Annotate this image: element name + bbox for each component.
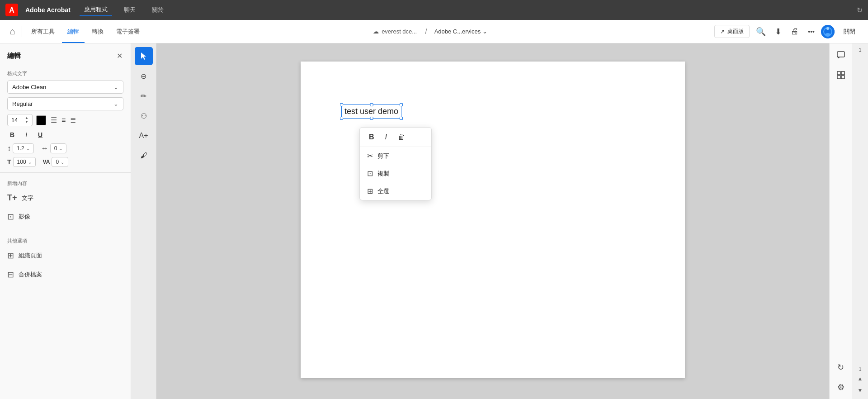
- underline-button[interactable]: U: [35, 130, 45, 140]
- file-name-text: Adobe C...ervices: [434, 28, 481, 35]
- unordered-list-icon[interactable]: ☰: [50, 115, 58, 125]
- ctx-select-all-item[interactable]: ⊞ 全選: [360, 182, 431, 200]
- ctx-delete-button[interactable]: 🗑: [396, 131, 407, 143]
- svg-point-4: [826, 27, 829, 30]
- svg-rect-9: [841, 71, 844, 75]
- menu-item-about[interactable]: 關於: [147, 4, 168, 16]
- add-image-icon: ⊡: [7, 212, 14, 222]
- grid-tool-button[interactable]: [833, 67, 849, 83]
- font-size-field[interactable]: 14: [11, 117, 24, 124]
- zoom-icon: ⊖: [141, 72, 146, 81]
- bold-button[interactable]: B: [7, 130, 17, 140]
- pencil-icon: ✏: [141, 92, 146, 100]
- font-family-select[interactable]: Adobe Clean ⌄: [7, 81, 123, 94]
- ctx-cut-item[interactable]: ✂ 剪下: [360, 147, 431, 165]
- pencil-tool-button[interactable]: ✏: [135, 87, 153, 105]
- zoom-tool-button[interactable]: ⊖: [135, 67, 153, 85]
- font-style-select[interactable]: Regular ⌄: [7, 97, 123, 110]
- svg-point-5: [825, 33, 830, 37]
- page-total: 1: [859, 366, 861, 372]
- sidebar-header: 編輯 ✕: [0, 43, 131, 65]
- italic-button[interactable]: I: [23, 130, 30, 140]
- align-icon[interactable]: ≣: [69, 115, 77, 125]
- text-content: test user demo: [344, 107, 398, 116]
- line-spacing-row: ↕ 1.2 ⌄ ↔ 0 ⌄: [0, 142, 131, 155]
- close-button[interactable]: 關閉: [838, 25, 861, 38]
- scroll-up-button[interactable]: ▲: [856, 374, 865, 384]
- text-element[interactable]: test user demo: [341, 104, 401, 119]
- font-size-up[interactable]: ▲: [25, 116, 28, 120]
- char-spacing-value[interactable]: 0 ⌄: [50, 143, 67, 153]
- avatar[interactable]: [821, 25, 835, 38]
- merge-files-item[interactable]: ⊟ 合併檔案: [0, 265, 131, 284]
- line-spacing-control: ↕ 1.2 ⌄: [7, 143, 34, 153]
- organize-label: 組織頁面: [19, 252, 42, 260]
- svg-rect-8: [837, 71, 840, 75]
- handle-bm[interactable]: [370, 117, 373, 120]
- handle-tr[interactable]: [400, 103, 403, 106]
- menu-item-chat[interactable]: 聊天: [119, 4, 140, 16]
- width-chevron[interactable]: ⌄: [28, 160, 32, 165]
- line-spacing-chevron[interactable]: ⌄: [26, 146, 30, 151]
- ctx-bold-button[interactable]: B: [367, 131, 376, 143]
- width-icon: T: [7, 158, 11, 166]
- link-tool-button[interactable]: ⚇: [135, 107, 153, 125]
- width-value[interactable]: 100 ⌄: [13, 157, 36, 167]
- desktop-button[interactable]: ↗ 桌面版: [714, 25, 750, 38]
- canvas-area[interactable]: test user demo B I 🗑 ✂ 剪下: [156, 43, 829, 399]
- add-image-label: 影像: [19, 213, 30, 221]
- color-tool-button[interactable]: 🖌: [135, 147, 153, 165]
- scroll-down-button[interactable]: ▼: [856, 385, 865, 395]
- font-size-down[interactable]: ▼: [25, 120, 28, 124]
- menu-item-app[interactable]: 應用程式: [80, 4, 112, 16]
- add-image-item[interactable]: ⊡ 影像: [0, 207, 131, 226]
- svg-rect-10: [837, 76, 840, 79]
- ordered-list-icon[interactable]: ≡: [61, 115, 66, 125]
- download-icon[interactable]: ⬇: [772, 24, 784, 39]
- va-chevron[interactable]: ⌄: [61, 160, 64, 165]
- select-tool-button[interactable]: [135, 47, 153, 65]
- font-family-value: Adobe Clean: [12, 84, 46, 90]
- desktop-label: 桌面版: [727, 28, 744, 35]
- tab-esign[interactable]: 電子簽署: [111, 25, 145, 38]
- page-number-input[interactable]: 1: [859, 47, 861, 52]
- handle-bl[interactable]: [340, 117, 343, 120]
- sidebar-close-button[interactable]: ✕: [116, 51, 123, 61]
- handle-br[interactable]: [400, 117, 403, 120]
- tab-convert[interactable]: 轉換: [86, 25, 109, 38]
- handle-tl[interactable]: [340, 103, 343, 106]
- link-icon: ⚇: [141, 112, 147, 120]
- comment-tool-button[interactable]: [833, 47, 849, 63]
- select-all-label: 全選: [377, 187, 389, 195]
- refresh-tool-button[interactable]: ↻: [833, 359, 849, 375]
- more-icon[interactable]: •••: [805, 25, 817, 38]
- cut-icon: ✂: [367, 152, 373, 160]
- va-value[interactable]: 0 ⌄: [52, 157, 68, 167]
- print-icon[interactable]: 🖨: [788, 24, 802, 39]
- font-size-input[interactable]: 14 ▲ ▼: [7, 114, 33, 126]
- settings-tool-button[interactable]: ⚙: [833, 379, 849, 395]
- text-format-row: B I U: [0, 128, 131, 142]
- tab-all-tools[interactable]: 所有工具: [26, 25, 60, 38]
- file-cloud-path[interactable]: ☁ everest dce...: [368, 26, 421, 37]
- font-color-picker[interactable]: [36, 115, 46, 125]
- main-layout: 編輯 ✕ 格式文字 Adobe Clean ⌄ Regular ⌄ 14 ▲: [0, 43, 868, 399]
- handle-tm[interactable]: [370, 103, 373, 106]
- font-style-value: Regular: [12, 100, 33, 107]
- refresh-icon[interactable]: ↻: [857, 6, 863, 14]
- copy-icon: ⊡: [367, 169, 373, 178]
- ctx-italic-button[interactable]: I: [383, 131, 389, 143]
- line-spacing-value[interactable]: 1.2 ⌄: [13, 143, 34, 153]
- line-spacing-icon: ↕: [7, 144, 11, 152]
- add-text-item[interactable]: T+ 文字: [0, 189, 131, 207]
- add-text-label: 文字: [22, 194, 33, 202]
- text-add-tool-button[interactable]: A+: [135, 127, 153, 145]
- char-spacing-chevron[interactable]: ⌄: [59, 146, 62, 151]
- tab-edit[interactable]: 編輯: [62, 25, 85, 38]
- merge-icon: ⊟: [7, 270, 14, 280]
- search-icon[interactable]: 🔍: [753, 24, 769, 39]
- organize-pages-item[interactable]: ⊞ 組織頁面: [0, 246, 131, 265]
- file-name-button[interactable]: Adobe C...ervices ⌄: [431, 26, 491, 37]
- ctx-copy-item[interactable]: ⊡ 複製: [360, 165, 431, 182]
- home-button[interactable]: ⌂: [7, 24, 18, 39]
